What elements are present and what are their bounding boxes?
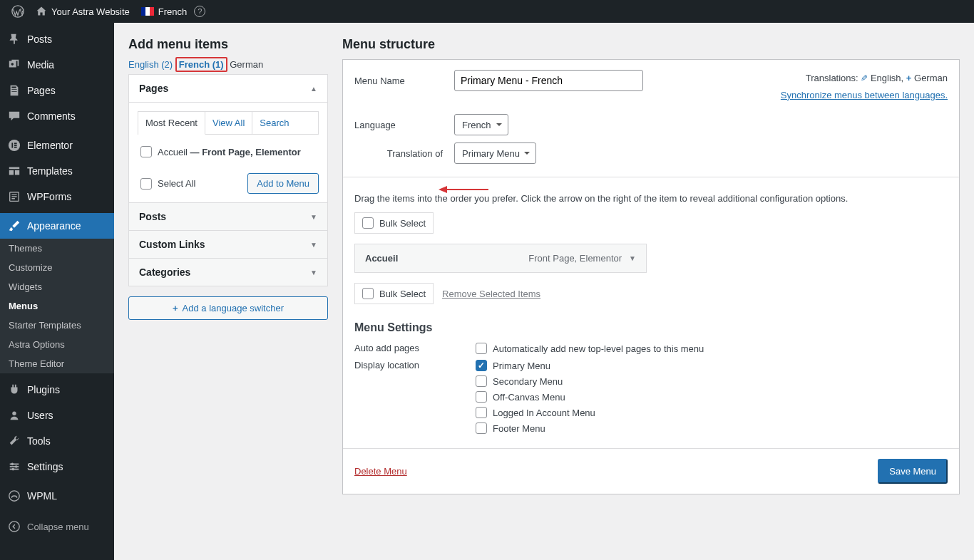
page-item-row: Accueil — Front Page, Elementor [138,142,319,162]
collapse-label: Collapse menu [27,522,89,532]
sidebar-item-wpforms[interactable]: WPForms [0,184,114,209]
sidebar-label: WPForms [27,191,71,202]
location-offcanvas[interactable]: Off-Canvas Menu [476,391,595,403]
wp-logo[interactable] [6,0,30,23]
sidebar-item-plugins[interactable]: Plugins [0,377,114,403]
select-all-checkbox[interactable] [140,178,152,190]
delete-menu-link[interactable]: Delete Menu [354,466,407,477]
sidebar-sub-themes[interactable]: Themes [0,239,114,258]
sidebar-item-appearance[interactable]: Appearance [0,213,114,239]
translation-of-select[interactable]: Primary Menu [454,142,536,164]
admin-sidebar: Posts Media Pages Comments Elementor Tem… [0,23,114,560]
panel-footer: Delete Menu Save Menu [343,448,959,494]
sidebar-sub-customize[interactable]: Customize [0,258,114,277]
bulk-select-top[interactable]: Bulk Select [354,212,434,234]
accordion-pages-head[interactable]: Pages ▲ [129,75,327,102]
lang-switcher-label: Add a language switcher [183,303,284,313]
sidebar-item-wpml[interactable]: WPML [0,483,114,509]
accordion-custom-links-head[interactable]: Custom Links ▼ [129,230,327,258]
sidebar-label: Users [27,410,53,421]
caret-down-icon: ▼ [310,269,317,276]
sidebar-item-pages[interactable]: Pages [0,78,114,103]
subtab-most-recent[interactable]: Most Recent [138,112,205,135]
sidebar-item-users[interactable]: Users [0,403,114,428]
location-checkbox[interactable] [476,422,487,434]
bulk-select-checkbox[interactable] [362,288,374,299]
sidebar-sub-theme-editor[interactable]: Theme Editor [0,354,114,373]
auto-add-option[interactable]: Automatically add new top-level pages to… [476,343,704,354]
translation-german-link[interactable]: + German [906,73,948,83]
bulk-select-bottom[interactable]: Bulk Select [354,283,434,304]
sidebar-label: Tools [27,435,51,447]
translation-of-label: Translation of [354,148,454,159]
tools-icon [7,434,21,448]
sidebar-label: Settings [27,461,63,472]
language-indicator[interactable]: French ? [135,0,211,23]
location-logged-in[interactable]: Logged In Account Menu [476,407,595,418]
svg-rect-9 [14,147,17,148]
collapse-menu[interactable]: Collapse menu [0,513,114,539]
select-all-row[interactable]: Select All [138,174,198,194]
subtab-view-all[interactable]: View All [205,112,252,134]
language-tabs: English (2) French (1) German [128,59,328,70]
site-link[interactable]: Your Astra Website [30,0,135,23]
svg-rect-8 [14,145,17,146]
home-icon [36,6,47,17]
location-primary[interactable]: Primary Menu [476,360,595,371]
lang-tab-english[interactable]: English (2) [128,59,173,70]
auto-add-checkbox[interactable] [476,343,487,354]
location-secondary[interactable]: Secondary Menu [476,375,595,387]
location-checkbox[interactable] [476,391,487,403]
menu-structure-heading: Menu structure [342,37,960,52]
svg-rect-1 [141,7,145,16]
accordion-posts-head[interactable]: Posts ▼ [129,202,327,230]
add-menu-items-heading: Add menu items [128,37,328,52]
menu-name-input[interactable] [454,70,643,91]
sidebar-label: Pages [27,85,56,96]
sidebar-item-comments[interactable]: Comments [0,103,114,129]
sync-menus-link[interactable]: Synchronize menus between languages. [781,90,948,100]
svg-rect-6 [11,142,13,147]
svg-rect-3 [150,7,154,16]
sidebar-label: WPML [27,490,57,502]
location-checkbox[interactable] [476,407,487,418]
menu-item-accueil[interactable]: Accueil Front Page, Elementor ▼ [354,244,647,273]
sidebar-item-tools[interactable]: Tools [0,428,114,454]
sidebar-item-elementor[interactable]: Elementor [0,133,114,158]
sidebar-item-media[interactable]: Media [0,52,114,78]
sidebar-sub-menus[interactable]: Menus [0,296,114,316]
add-to-menu-button[interactable]: Add to Menu [247,173,319,194]
location-checkbox[interactable] [476,360,487,371]
sidebar-label: Appearance [27,220,81,232]
accordion-categories-head[interactable]: Categories ▼ [129,258,327,286]
auto-add-text: Automatically add new top-level pages to… [493,343,704,354]
page-checkbox[interactable] [140,146,152,157]
save-menu-button[interactable]: Save Menu [878,459,948,484]
page-item-label: Accueil — Front Page, Elementor [158,147,301,157]
svg-point-15 [11,463,14,466]
wordpress-icon [11,5,24,18]
sidebar-item-posts[interactable]: Posts [0,26,114,52]
sidebar-sub-astra[interactable]: Astra Options [0,335,114,354]
caret-down-icon[interactable]: ▼ [629,254,636,262]
location-checkbox[interactable] [476,375,487,387]
translation-english-link[interactable]: ✎ English, [861,73,903,83]
lang-tab-german[interactable]: German [230,59,263,70]
select-all-label: Select All [158,178,195,189]
sidebar-item-templates[interactable]: Templates [0,158,114,184]
bulk-select-checkbox[interactable] [362,217,374,229]
sidebar-sub-starter[interactable]: Starter Templates [0,316,114,335]
sidebar-sub-widgets[interactable]: Widgets [0,277,114,296]
location-footer[interactable]: Footer Menu [476,422,595,434]
language-select[interactable]: French [454,114,508,135]
add-language-switcher-button[interactable]: + Add a language switcher [128,296,328,320]
language-label: French [158,6,187,17]
accordion-pages-body: Most Recent View All Search Accueil — Fr… [129,102,327,202]
lang-tab-french[interactable]: French (1) [179,59,224,70]
accordion-custom-links-label: Custom Links [139,239,205,250]
subtab-search[interactable]: Search [252,112,296,134]
help-icon[interactable]: ? [194,6,205,17]
media-icon [7,58,21,72]
translations-meta: Translations: ✎ English, + German [781,70,948,87]
sidebar-item-settings[interactable]: Settings [0,454,114,479]
